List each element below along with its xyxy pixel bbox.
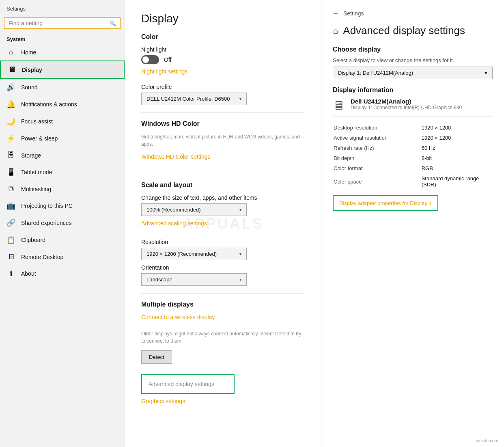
back-arrow-icon[interactable]: ← xyxy=(333,10,339,17)
resolution-select[interactable]: 1920 × 1200 (Recommended) ▾ xyxy=(141,248,247,260)
display-info-section: 🖥 Dell U2412M(Analog) Display 1: Connect… xyxy=(333,98,493,190)
monitor-icon: 🖥 xyxy=(333,99,345,112)
info-value: RGB xyxy=(421,163,493,173)
sidebar-item-label-home: Home xyxy=(21,49,36,56)
scale-chevron-icon: ▾ xyxy=(239,207,241,212)
right-panel-home-icon: ⌂ xyxy=(333,26,338,36)
chevron-down-icon: ▾ xyxy=(239,97,241,101)
info-table-row: Color spaceStandard dynamic range (SDR) xyxy=(333,173,493,190)
right-panel-title-text: Advanced display settings xyxy=(343,24,465,37)
info-label: Color format xyxy=(333,163,421,173)
app-title: Settings xyxy=(0,0,125,16)
display-select[interactable]: Display 1: Dell U2412M(Analog) ▾ xyxy=(333,67,493,79)
about-icon: ℹ xyxy=(6,269,15,278)
page-title: Display xyxy=(141,12,305,25)
night-light-toggle[interactable] xyxy=(141,55,159,64)
remote-icon: 🖥 xyxy=(6,253,15,261)
sidebar-item-label-remote: Remote Desktop xyxy=(21,254,63,260)
orientation-select[interactable]: Landscape ▾ xyxy=(141,273,247,286)
storage-icon: 🗄 xyxy=(6,151,15,160)
color-profile-label: Color profile xyxy=(141,84,305,90)
search-box[interactable]: 🔍 xyxy=(4,17,121,29)
orientation-chevron-icon: ▾ xyxy=(239,277,241,282)
advanced-display-link: Advanced display settings xyxy=(149,381,214,387)
sidebar-item-label-multitasking: Multitasking xyxy=(21,186,51,192)
sidebar-item-clipboard[interactable]: 📋 Clipboard xyxy=(0,231,125,248)
sidebar-item-remote[interactable]: 🖥 Remote Desktop xyxy=(0,248,125,265)
resolution-value: 1920 × 1200 (Recommended) xyxy=(146,251,217,257)
info-value: 1920 × 1200 xyxy=(421,133,493,143)
tablet-icon: 📱 xyxy=(6,168,15,177)
scale-section-title: Scale and layout xyxy=(141,181,305,189)
display-icon: 🖥 xyxy=(7,65,16,74)
sidebar-item-storage[interactable]: 🗄 Storage xyxy=(0,147,125,164)
info-label: Active signal resolution xyxy=(333,133,421,143)
scale-value: 100% (Recommended) xyxy=(146,207,201,213)
display-info-table: Desktop resolution1920 × 1200Active sign… xyxy=(333,123,493,190)
choose-display-section: Choose display xyxy=(333,46,493,53)
multiple-displays-section-title: Multiple displays xyxy=(141,301,305,308)
night-light-row: Off xyxy=(141,55,305,64)
sidebar-item-label-shared: Shared experiences xyxy=(21,220,72,226)
sidebar-item-focus[interactable]: 🌙 Focus assist xyxy=(0,113,125,130)
color-profile-select[interactable]: DELL U2412M Color Profile, D6500 ▾ xyxy=(141,93,247,105)
advanced-scaling-link[interactable]: Advanced scaling settings xyxy=(141,220,207,227)
sidebar-item-home[interactable]: ⌂ Home xyxy=(0,44,125,60)
sidebar-item-sound[interactable]: 🔊 Sound xyxy=(0,79,125,96)
right-panel: ← Settings ⌂ Advanced display settings C… xyxy=(321,0,504,447)
advanced-display-link-box[interactable]: Advanced display settings xyxy=(141,374,235,394)
orientation-value: Landscape xyxy=(146,276,172,283)
right-panel-title: ⌂ Advanced display settings xyxy=(333,24,493,37)
sidebar-item-label-about: About xyxy=(21,270,36,277)
scale-select[interactable]: 100% (Recommended) ▾ xyxy=(141,203,247,216)
main-content: APPUALS Display Color Night light Off Ni… xyxy=(125,0,321,447)
sidebar-item-shared[interactable]: 🔗 Shared experiences xyxy=(0,214,125,231)
graphics-settings-link[interactable]: Graphics settings xyxy=(141,398,185,404)
orientation-label: Orientation xyxy=(141,264,305,271)
sidebar: Settings 🔍 System ⌂ Home 🖥 Display 🔊 Sou… xyxy=(0,0,125,447)
sidebar-item-power[interactable]: ⚡ Power & sleep xyxy=(0,130,125,147)
divider-2 xyxy=(141,174,305,174)
scale-desc: Change the size of text, apps, and other… xyxy=(141,194,305,201)
focus-icon: 🌙 xyxy=(6,117,15,126)
monitor-name: Dell U2412M(Analog) xyxy=(351,98,462,105)
sidebar-item-label-sound: Sound xyxy=(21,84,37,91)
color-profile-value: DELL U2412M Color Profile, D6500 xyxy=(146,96,230,102)
sidebar-item-label-clipboard: Clipboard xyxy=(21,237,45,243)
sidebar-section-system: System xyxy=(0,34,125,44)
info-label: Refresh rate (Hz) xyxy=(333,143,421,153)
sidebar-item-notifications[interactable]: 🔔 Notifications & actions xyxy=(0,96,125,113)
sidebar-item-label-projecting: Projecting to this PC xyxy=(21,203,73,209)
search-input[interactable] xyxy=(9,20,106,26)
windows-hd-settings-link[interactable]: Windows HD Color settings xyxy=(141,153,210,160)
night-light-label: Night light xyxy=(141,46,305,53)
display-info-header: 🖥 Dell U2412M(Analog) Display 1: Connect… xyxy=(333,98,493,117)
sidebar-item-display[interactable]: 🖥 Display xyxy=(0,60,125,79)
info-table-row: Desktop resolution1920 × 1200 xyxy=(333,123,493,133)
resolution-label: Resolution xyxy=(141,239,305,245)
sidebar-item-projecting[interactable]: 📺 Projecting to this PC xyxy=(0,197,125,214)
shared-icon: 🔗 xyxy=(6,218,15,227)
sidebar-item-label-focus: Focus assist xyxy=(21,118,53,125)
sidebar-item-label-tablet: Tablet mode xyxy=(21,169,52,175)
night-light-state: Off xyxy=(164,56,171,63)
info-value: Standard dynamic range (SDR) xyxy=(421,173,493,190)
display-select-chevron-icon: ▾ xyxy=(485,70,487,76)
monitor-subname: Display 1: Connected to Intel(R) UHD Gra… xyxy=(351,105,462,110)
sidebar-item-about[interactable]: ℹ About xyxy=(0,265,125,282)
windows-hd-desc: Get a brighter, more vibrant picture in … xyxy=(141,133,305,148)
night-light-settings-link[interactable]: Night light settings xyxy=(141,68,187,75)
adapter-link-box[interactable]: Display adapter properties for Display 1 xyxy=(333,195,438,211)
multitasking-icon: ⧉ xyxy=(6,185,15,193)
wireless-desc: Older displays might not always connect … xyxy=(141,330,305,345)
detect-button[interactable]: Detect xyxy=(141,350,172,364)
sidebar-item-multitasking[interactable]: ⧉ Multitasking xyxy=(0,181,125,197)
monitor-name-block: Dell U2412M(Analog) Display 1: Connected… xyxy=(351,98,462,110)
windows-hd-section-title: Windows HD Color xyxy=(141,120,305,127)
back-row: ← Settings xyxy=(333,10,493,17)
color-section-title: Color xyxy=(141,33,305,41)
sidebar-item-tablet[interactable]: 📱 Tablet mode xyxy=(0,164,125,181)
display-select-value: Display 1: Dell U2412M(Analog) xyxy=(338,70,413,76)
divider-1 xyxy=(141,112,305,113)
wireless-display-link[interactable]: Connect to a wireless display xyxy=(141,314,215,320)
